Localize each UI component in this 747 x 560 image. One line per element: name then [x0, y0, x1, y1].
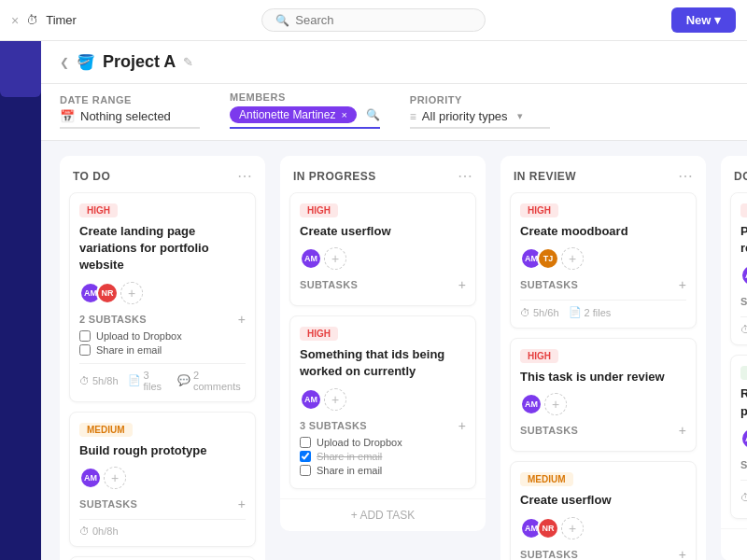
search-area: 🔍 — [88, 8, 660, 32]
card-title: Portfolio website requirements meeting — [740, 223, 747, 257]
avatar-group: AM+ — [520, 393, 686, 415]
footer-icon: 💬 — [177, 374, 190, 386]
card-footer: ⏱ 5h/8h 💬 2 comments — [740, 316, 747, 335]
add-avatar-button[interactable]: + — [324, 247, 346, 270]
priority-badge: HIGH — [79, 203, 118, 217]
app-body: ❮ 🪣 Project A ✎ Date Range 📅 Nothing sel… — [0, 41, 747, 560]
avatar: AM — [79, 467, 102, 489]
card-footer: ⏱ 0h/8h — [79, 519, 246, 537]
add-avatar-button[interactable]: + — [561, 517, 584, 539]
add-subtask-button[interactable]: + — [238, 497, 246, 511]
add-task-button-inprogress[interactable]: + ADD TASK — [280, 498, 486, 531]
add-avatar-button[interactable]: + — [120, 282, 143, 304]
footer-item: ⏱ 5h/6h — [520, 307, 559, 318]
collapse-button[interactable]: ❮ — [60, 56, 69, 69]
column-title-todo: TO DO — [73, 170, 110, 183]
priority-badge: MEDIUM — [520, 472, 573, 486]
footer-icon: 📄 — [569, 306, 582, 318]
subtask-label: Share in email — [317, 451, 382, 462]
add-subtask-button[interactable]: + — [458, 277, 466, 292]
column-title-done: DONE — [734, 170, 747, 183]
subtasks-row: SUBTASKS + — [79, 497, 246, 511]
column-menu-inreview[interactable]: ⋯ — [678, 167, 693, 185]
member-search-icon[interactable]: 🔍 — [366, 108, 380, 121]
subtask-checkbox[interactable] — [300, 465, 311, 476]
card-c8: MEDIUM Create userflow AMNR+ SUBTASKS + … — [510, 461, 697, 560]
avatar: AM — [520, 393, 543, 415]
subtasks-row: SUBTASKS + — [520, 547, 686, 560]
column-todo: TO DO ⋯ HIGH Create landing page variati… — [60, 156, 265, 560]
subtasks-label: SUBTASKS — [520, 549, 578, 560]
footer-text: 5h/6h — [533, 307, 559, 318]
search-input[interactable] — [295, 13, 463, 27]
edit-project-icon[interactable]: ✎ — [183, 55, 193, 69]
card-c4: HIGH Create userflow AM+ SUBTASKS + — [289, 192, 476, 306]
priority-control[interactable]: ≡ All priority types ▾ — [410, 109, 550, 129]
subtask-checkbox[interactable] — [79, 330, 91, 342]
subtasks-label: SUBTASKS — [740, 296, 747, 307]
card-title: Responsivenes of gallery page — [740, 385, 747, 419]
column-header-inreview: IN REVIEW ⋯ — [500, 156, 706, 192]
avatar-group: AMNR+ — [520, 517, 686, 539]
add-task-button-done[interactable]: + ADD TASK — [721, 528, 747, 560]
subtask-checkbox[interactable] — [79, 344, 91, 356]
footer-item: ⏱ 0h/8h — [79, 525, 119, 537]
subtask-item: Share in email — [79, 344, 246, 356]
column-menu-inprogress[interactable]: ⋯ — [458, 167, 472, 185]
footer-text: 2 comments — [193, 370, 246, 392]
add-avatar-button[interactable]: + — [544, 393, 567, 415]
add-subtask-button[interactable]: + — [238, 312, 246, 327]
column-inreview: IN REVIEW ⋯ HIGH Create moodboard AMTJ+ … — [500, 156, 706, 560]
avatar: AM — [300, 388, 322, 411]
avatar-group: AMTJ+ — [520, 247, 686, 270]
add-subtask-button[interactable]: + — [679, 277, 686, 292]
subtask-checkbox[interactable] — [300, 437, 311, 448]
card-footer: ⏱ 0h/8h 📄 7 files 💬 6 comments — [740, 480, 747, 509]
column-inprogress: IN PROGRESS ⋯ HIGH Create userflow AM+ S… — [280, 156, 486, 531]
search-box[interactable]: 🔍 — [261, 8, 486, 32]
add-subtask-button[interactable]: + — [679, 423, 686, 438]
column-done: DONE ⋯ HIGH Portfolio website requiremen… — [721, 156, 747, 560]
footer-icon: ⏱ — [740, 492, 747, 503]
subtasks-row: 3 SUBTASKS + — [300, 418, 466, 433]
subtasks-label: SUBTASKS — [520, 279, 578, 290]
avatar-group: AM+ — [300, 388, 466, 411]
subtask-checkbox[interactable] — [300, 451, 311, 462]
add-avatar-button[interactable]: + — [561, 247, 584, 270]
sidebar — [0, 41, 41, 560]
avatar: NR — [537, 517, 559, 539]
subtasks-row: SUBTASKS + — [520, 423, 686, 438]
members-control[interactable]: Antionette Martinez × 🔍 — [230, 106, 380, 129]
date-range-control[interactable]: 📅 Nothing selected — [60, 109, 200, 129]
subtask-item: Share in email — [300, 465, 466, 476]
subtasks-row: SUBTASKS + — [740, 457, 747, 472]
add-subtask-button[interactable]: + — [458, 418, 466, 433]
new-button[interactable]: New ▾ — [671, 7, 736, 33]
priority-badge: LOW — [740, 366, 747, 380]
close-icon[interactable]: × — [11, 13, 19, 28]
footer-item: 💬 2 comments — [177, 370, 246, 392]
column-menu-todo[interactable]: ⋯ — [237, 167, 252, 185]
avatar-group: AM+ — [300, 247, 466, 270]
footer-icon: ⏱ — [520, 307, 530, 318]
column-header-todo: TO DO ⋯ — [60, 156, 265, 192]
footer-icon: ⏱ — [79, 525, 90, 537]
topbar: × ⏱ Timer 🔍 New ▾ — [0, 0, 747, 41]
subtask-item: Share in email — [300, 451, 466, 462]
card-c6: HIGH Create moodboard AMTJ+ SUBTASKS + ⏱… — [510, 192, 697, 329]
card-title: Something that ids being worked on curre… — [300, 346, 466, 380]
avatar: AM — [740, 264, 747, 287]
add-avatar-button[interactable]: + — [324, 388, 346, 411]
remove-member-icon[interactable]: × — [341, 109, 346, 120]
kanban-board: TO DO ⋯ HIGH Create landing page variati… — [41, 141, 747, 560]
avatar-group: AM+ — [79, 467, 246, 489]
add-subtask-button[interactable]: + — [679, 547, 686, 560]
card-title: Build rough prototype — [79, 442, 246, 459]
add-avatar-button[interactable]: + — [104, 467, 126, 489]
card-c9: HIGH Portfolio website requirements meet… — [730, 192, 747, 345]
card-title: This task is under review — [520, 369, 686, 385]
card-title: Create landing page variations for portf… — [79, 223, 246, 274]
member-chip-label: Antionette Martinez — [239, 108, 335, 121]
footer-item: 📄 2 files — [569, 306, 612, 318]
member-chip[interactable]: Antionette Martinez × — [230, 106, 357, 123]
